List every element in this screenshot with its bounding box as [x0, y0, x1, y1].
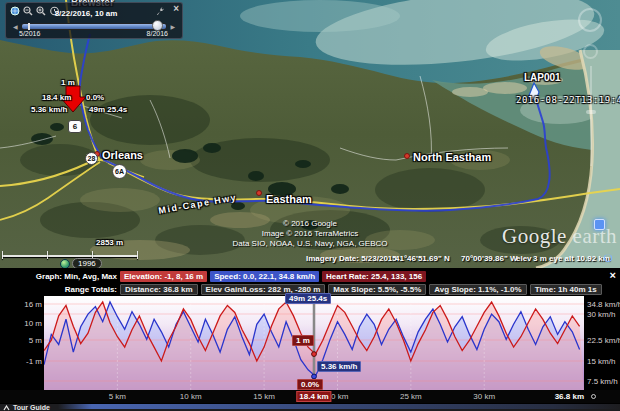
profile-plot[interactable]	[44, 296, 584, 390]
distance-total: Distance: 36.8 km	[120, 284, 198, 295]
y-axis-tick: 22.5 km/h	[587, 336, 620, 345]
y-axis-tick: 7.5 km/h	[587, 377, 618, 386]
cursor-slope-tooltip: 0.0%	[297, 379, 323, 390]
longitude: 70°00'39.86" W	[461, 254, 517, 263]
time-slider-panel: 8/22/2016, 10 am × ◀ ▶ 5/2016 8/2016	[5, 2, 183, 39]
move-joystick[interactable]	[583, 44, 598, 59]
x-axis-bar[interactable]: 36.8 km 18.4 km 5 km10 km15 km20 km25 km…	[0, 390, 620, 403]
route-28-shield-icon: 28	[85, 152, 98, 165]
x-axis-tick: 25 km	[400, 392, 422, 401]
google-earth-window: Brewster Orleans Eastham North Eastham M…	[0, 0, 620, 411]
time-total: Time: 1h 40m 1s	[530, 284, 602, 295]
history-year-badge: 1996	[72, 258, 102, 268]
max-slope: Max Slope: 5.5%, -5.5%	[328, 284, 426, 295]
map-cursor-slope: 0.0%	[86, 93, 104, 102]
streaming-indicator-icon	[604, 254, 612, 262]
y-axis-tick: 5 m	[2, 336, 42, 345]
look-joystick[interactable]	[578, 8, 602, 32]
map-label-orleans: Orleans	[102, 149, 143, 161]
map-cursor-distance: 18.4 km	[42, 93, 71, 102]
zoom-slider[interactable]	[590, 66, 592, 166]
elevation-label: elev	[516, 254, 532, 263]
copyright-line: Data SIO, NOAA, U.S. Navy, NGA, GEBCO	[205, 239, 415, 249]
map-label-eastham: Eastham	[266, 193, 312, 205]
tour-guide-button[interactable]: Tour Guide	[3, 404, 50, 411]
y-axis-tick: 15 km/h	[587, 357, 615, 366]
route-6a-shield-icon: 6A	[112, 164, 127, 179]
cursor-elevation-tooltip: 1 m	[292, 335, 314, 346]
map-cursor-elevation: 1 m	[61, 78, 75, 87]
time-slider-range-start[interactable]	[28, 23, 30, 30]
footer-highlight	[58, 404, 620, 409]
graph-stats-label: Graph: Min, Avg, Max	[0, 272, 120, 281]
city-dot-eastham	[257, 191, 262, 196]
time-slider-close-icon[interactable]: ×	[173, 3, 179, 14]
copyright-line: © 2016 Google	[205, 219, 415, 229]
slider-skip-end-icon[interactable]: ▶	[170, 24, 175, 30]
city-dot-north-eastham	[405, 154, 410, 159]
cursor-time-tooltip: 49m 25.4s	[285, 293, 331, 304]
x-axis-tick: 5 km	[109, 392, 126, 401]
wrench-icon[interactable]	[155, 5, 166, 16]
historical-imagery-indicator[interactable]: 1996	[60, 258, 102, 268]
copyright-block: © 2016 Google Image © 2016 TerraMetrics …	[205, 219, 415, 249]
time-slider-track[interactable]	[22, 24, 166, 29]
graph-close-icon[interactable]: ×	[610, 270, 616, 281]
chevron-up-icon	[3, 405, 10, 411]
route-6-shield-icon: 6	[68, 120, 82, 133]
history-clock-icon	[60, 259, 70, 269]
copyright-line: Image © 2016 TerraMetrics	[205, 229, 415, 239]
time-slider-end-date: 8/2016	[147, 30, 168, 37]
x-axis-tick: 30 km	[473, 392, 495, 401]
google-earth-logo: Google earth	[502, 224, 617, 249]
eye-altitude: eye alt 10.92 km	[549, 254, 610, 263]
waypoint-timestamp: 2016-08-22T13:19:43Z	[516, 95, 620, 105]
elevation-value: 3 m	[533, 254, 547, 263]
heart-rate-stats-badge[interactable]: Heart Rate: 25.4, 133, 156	[322, 271, 426, 282]
imagery-date: Imagery Date: 5/23/2015	[306, 254, 397, 263]
map-viewport[interactable]: Brewster Orleans Eastham North Eastham M…	[0, 0, 620, 268]
y-axis-tick: 34.8 km/h	[587, 300, 620, 309]
x-axis-tick: 10 km	[180, 392, 202, 401]
zoom-slider-handle[interactable]	[586, 110, 596, 114]
x-axis-end-label: 36.8 km	[555, 392, 584, 401]
range-handle-icon[interactable]	[591, 394, 596, 399]
y-axis-tick: 30 km/h	[587, 310, 615, 319]
y-axis-tick: 10 m	[2, 319, 42, 328]
map-cursor-time: 49m 25.4s	[89, 105, 127, 114]
footer-bar: Tour Guide	[0, 403, 620, 411]
map-label-north-eastham: North Eastham	[413, 151, 491, 163]
scale-bar-label: 2853 m	[96, 238, 123, 247]
elevation-profile-panel: Graph: Min, Avg, Max Elevation: -1, 8, 1…	[0, 268, 620, 411]
map-cursor-speed: 5.36 km/h	[31, 105, 67, 114]
time-slider-current-date: 8/22/2016, 10 am	[6, 9, 166, 18]
graph-stats-row: Graph: Min, Avg, Max Elevation: -1, 8, 1…	[0, 270, 614, 282]
latitude: 41°46'51.69" N	[395, 254, 450, 263]
y-axis-tick: 16 m	[2, 300, 42, 309]
elevation-stats-badge[interactable]: Elevation: -1, 8, 16 m	[120, 271, 207, 282]
waypoint-label[interactable]: LAP001	[524, 72, 561, 83]
avg-slope: Avg Slope: 1.1%, -1.0%	[429, 284, 526, 295]
x-axis-tick: 15 km	[253, 392, 275, 401]
range-totals-label: Range Totals:	[0, 285, 120, 294]
cursor-speed-tooltip: 5.36 km/h	[317, 361, 361, 372]
time-slider-start-date: 5/2016	[19, 30, 40, 37]
x-axis-cursor-label: 18.4 km	[296, 391, 331, 402]
y-axis-tick: -1 m	[2, 357, 42, 366]
slider-skip-start-icon[interactable]: ◀	[13, 24, 18, 30]
speed-stats-badge[interactable]: Speed: 0.0, 22.1, 34.8 km/h	[210, 271, 319, 282]
